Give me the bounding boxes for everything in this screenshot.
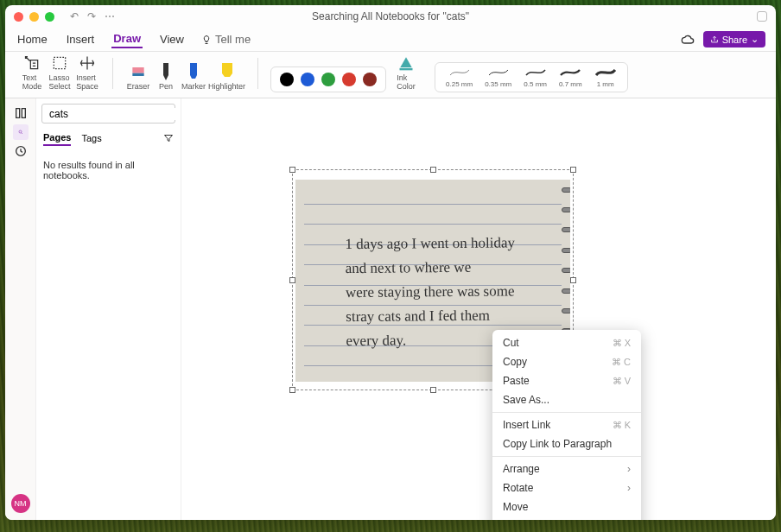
svg-rect-0: [132, 67, 143, 73]
chevron-right-icon: ›: [627, 463, 631, 475]
resize-handle-n[interactable]: [430, 167, 436, 173]
pen-icon: [157, 63, 175, 80]
chevron-right-icon: ›: [627, 482, 631, 494]
marker-icon: [185, 63, 202, 80]
lasso-icon: [51, 54, 68, 72]
no-results-message: No results found in all notebooks.: [36, 148, 181, 193]
resize-handle-nw[interactable]: [289, 167, 295, 173]
width-0-7[interactable]: 0.7 mm: [559, 66, 582, 88]
tell-me[interactable]: Tell me: [201, 33, 251, 46]
user-avatar[interactable]: NM: [11, 494, 30, 513]
titlebar: ↶ ↷ ⋯ Searching All Notebooks for "cats": [5, 5, 776, 28]
menubar: Home Insert Draw View Tell me Share ⌄: [5, 28, 776, 52]
ctx-paste[interactable]: Paste⌘ V: [492, 371, 641, 390]
minimize-window-button[interactable]: [29, 12, 39, 22]
color-blue[interactable]: [301, 73, 314, 86]
tab-home[interactable]: Home: [16, 31, 49, 48]
app-window: ↶ ↷ ⋯ Searching All Notebooks for "cats"…: [5, 5, 776, 520]
width-0-35[interactable]: 0.35 mm: [485, 66, 511, 88]
tell-me-label: Tell me: [215, 33, 251, 46]
recent-icon[interactable]: [13, 143, 29, 159]
window-title: Searching All Notebooks for "cats": [312, 10, 469, 22]
redo-icon[interactable]: ↷: [87, 10, 96, 22]
ctx-arrange[interactable]: Arrange›: [492, 459, 641, 478]
separator: [112, 58, 113, 89]
ink-color-palette: [270, 66, 386, 92]
pen-button[interactable]: Pen: [153, 54, 179, 92]
ribbon: Text Mode Lasso Select Insert Space Eras…: [5, 52, 776, 98]
left-rail: NM: [5, 98, 36, 520]
separator: [257, 58, 258, 89]
chevron-down-icon: ⌄: [751, 34, 759, 45]
close-window-button[interactable]: [14, 12, 23, 22]
ctx-sep: [492, 412, 641, 413]
sync-icon[interactable]: [681, 33, 695, 47]
search-tabs: Pages Tags: [36, 129, 181, 148]
eraser-button[interactable]: Eraser: [125, 54, 151, 92]
svg-rect-2: [400, 68, 413, 71]
search-icon[interactable]: [13, 124, 29, 140]
resize-handle-s[interactable]: [430, 387, 436, 393]
search-box[interactable]: ⓧ: [41, 104, 175, 124]
ctx-rotate[interactable]: Rotate›: [492, 478, 641, 497]
text-mode-button[interactable]: Text Mode: [19, 54, 45, 92]
share-label: Share: [722, 35, 747, 45]
context-menu: Cut⌘ X Copy⌘ C Paste⌘ V Save As... Inser…: [492, 330, 641, 520]
color-black[interactable]: [280, 73, 294, 86]
highlighter-button[interactable]: Highlighter: [208, 54, 245, 92]
search-tab-tags[interactable]: Tags: [81, 131, 101, 145]
tab-view[interactable]: View: [158, 31, 186, 48]
filter-icon[interactable]: [163, 133, 174, 143]
ctx-save-as[interactable]: Save As...: [492, 390, 641, 409]
undo-icon[interactable]: ↶: [70, 10, 79, 22]
color-darkred[interactable]: [363, 73, 377, 86]
color-red[interactable]: [342, 73, 356, 86]
highlighter-icon: [219, 63, 236, 80]
resize-handle-e[interactable]: [570, 277, 576, 283]
width-1[interactable]: 1 mm: [594, 66, 617, 88]
tab-draw[interactable]: Draw: [111, 30, 143, 48]
maximize-window-button[interactable]: [45, 12, 54, 22]
ctx-copy[interactable]: Copy⌘ C: [492, 352, 641, 371]
svg-rect-1: [132, 73, 143, 76]
color-green[interactable]: [321, 73, 335, 86]
insert-space-button[interactable]: Insert Space: [74, 54, 100, 92]
tab-insert[interactable]: Insert: [65, 31, 97, 48]
eraser-icon: [130, 63, 147, 80]
stroke-width-row: 0.25 mm 0.35 mm 0.5 mm 0.7 mm 1 mm: [435, 62, 628, 92]
lasso-select-button[interactable]: Lasso Select: [47, 54, 73, 92]
more-icon[interactable]: ⋯: [105, 10, 115, 22]
bulb-icon: [201, 35, 212, 45]
width-0-25[interactable]: 0.25 mm: [446, 66, 473, 88]
ink-color-button[interactable]: Ink Color: [393, 54, 419, 92]
resize-handle-sw[interactable]: [289, 387, 295, 393]
text-mode-icon: [23, 54, 41, 72]
ctx-copy-link-paragraph[interactable]: Copy Link to Paragraph: [492, 434, 641, 453]
ctx-sep: [492, 456, 641, 457]
share-icon: [710, 35, 719, 44]
window-traffic-lights: [14, 12, 54, 22]
svg-point-3: [19, 130, 22, 133]
ctx-move[interactable]: Move: [492, 497, 641, 516]
ctx-insert-link[interactable]: Insert Link⌘ K: [492, 415, 641, 434]
window-corner-icon[interactable]: [757, 11, 767, 22]
insert-space-icon: [79, 54, 96, 72]
width-0-5[interactable]: 0.5 mm: [524, 66, 547, 88]
resize-handle-ne[interactable]: [570, 167, 576, 173]
ctx-cut[interactable]: Cut⌘ X: [492, 333, 641, 352]
ink-color-icon: [397, 54, 415, 72]
search-tab-pages[interactable]: Pages: [43, 130, 71, 146]
content-area: NM ⓧ Pages Tags No results found in all …: [5, 98, 776, 520]
ctx-resize[interactable]: Resize: [492, 516, 641, 520]
quick-access-toolbar: ↶ ↷ ⋯: [70, 10, 115, 22]
marker-button[interactable]: Marker: [181, 54, 206, 92]
notebooks-icon[interactable]: [13, 105, 29, 121]
share-button[interactable]: Share ⌄: [703, 31, 765, 48]
page-canvas[interactable]: 1 days ago I went on holiday and next to…: [181, 98, 776, 520]
resize-handle-w[interactable]: [289, 277, 295, 283]
search-panel: ⓧ Pages Tags No results found in all not…: [36, 98, 181, 520]
search-input[interactable]: [49, 108, 179, 120]
